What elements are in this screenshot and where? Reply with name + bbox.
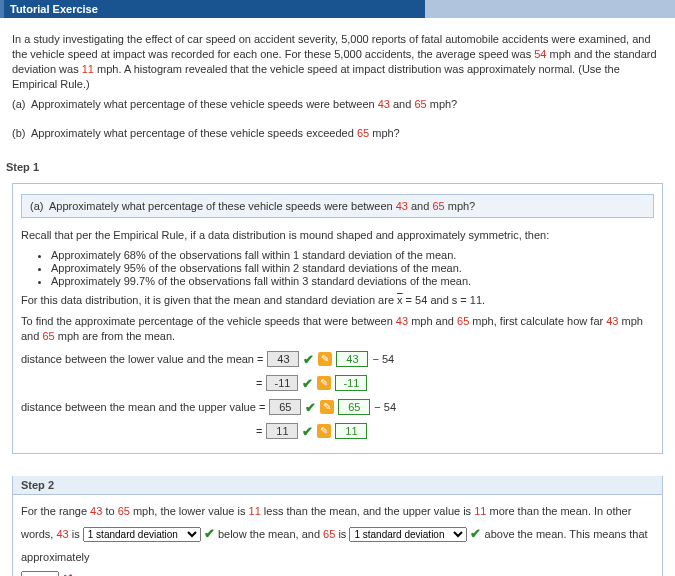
- hint-icon[interactable]: ✎: [318, 352, 332, 366]
- check-icon: ✔: [305, 400, 316, 415]
- given-text: For this data distribution, it is given …: [21, 293, 654, 308]
- tutorial-exercise-header: Tutorial Exercise: [0, 0, 675, 18]
- intro-block: In a study investigating the effect of c…: [0, 18, 675, 155]
- dist-lower-label: distance between the lower value and the…: [21, 353, 263, 365]
- calc-row-lower-2: = -11 ✔ ✎ -11: [21, 375, 654, 391]
- question-b: (b) Approximately what percentage of the…: [12, 126, 663, 141]
- std-dev-select-upper[interactable]: 1 standard deviation2 standard deviation…: [349, 527, 467, 542]
- minus-54: − 54: [372, 353, 394, 365]
- equals: =: [256, 425, 262, 437]
- answer-cell[interactable]: 43: [267, 351, 299, 367]
- calc-row-upper-1: distance between the mean and the upper …: [21, 399, 654, 415]
- correct-cell: 65: [338, 399, 370, 415]
- check-icon: ✔: [204, 526, 215, 541]
- hint-icon[interactable]: ✎: [317, 424, 331, 438]
- rule-95: Approximately 95% of the observations fa…: [51, 262, 654, 274]
- std-dev-select-lower[interactable]: 1 standard deviation2 standard deviation…: [83, 527, 201, 542]
- calc-row-lower-1: distance between the lower value and the…: [21, 351, 654, 367]
- answer-cell[interactable]: 11: [266, 423, 298, 439]
- step2-label: Step 2: [13, 476, 662, 495]
- dist-upper-label: distance between the mean and the upper …: [21, 401, 265, 413]
- correct-cell: -11: [335, 375, 367, 391]
- intro-mean: 54: [534, 48, 546, 60]
- answer-cell[interactable]: 65: [269, 399, 301, 415]
- find-text: To find the approximate percentage of th…: [21, 314, 654, 344]
- step1-box: (a) Approximately what percentage of the…: [12, 183, 663, 454]
- check-icon: ✔: [302, 424, 313, 439]
- equals: =: [256, 377, 262, 389]
- answer-cell[interactable]: -11: [266, 375, 298, 391]
- step2-text: For the range 43 to 65 mph, the lower va…: [21, 501, 654, 576]
- correct-cell: 11: [335, 423, 367, 439]
- intro-sd: 11: [82, 63, 94, 75]
- correct-cell: 43: [336, 351, 368, 367]
- rule-68: Approximately 68% of the observations fa…: [51, 249, 654, 261]
- check-icon: ✔: [302, 376, 313, 391]
- qb-label: (b): [12, 127, 25, 139]
- step1-label: Step 1: [0, 155, 675, 179]
- step2-box: Step 2 For the range 43 to 65 mph, the l…: [12, 476, 663, 576]
- minus-54: − 54: [374, 401, 396, 413]
- hint-icon[interactable]: ✎: [317, 376, 331, 390]
- check-icon: ✔: [470, 526, 481, 541]
- qa-label: (a): [12, 98, 25, 110]
- percent-input[interactable]: [21, 571, 59, 576]
- hint-icon[interactable]: ✎: [320, 400, 334, 414]
- header-title: Tutorial Exercise: [10, 3, 98, 15]
- cross-icon: ✘: [62, 572, 73, 576]
- step1-subquestion: (a) Approximately what percentage of the…: [21, 194, 654, 218]
- recall-text: Recall that per the Empirical Rule, if a…: [21, 228, 654, 243]
- empirical-rule-list: Approximately 68% of the observations fa…: [51, 249, 654, 287]
- question-a: (a) Approximately what percentage of the…: [12, 97, 663, 112]
- check-icon: ✔: [303, 352, 314, 367]
- rule-997: Approximately 99.7% of the observations …: [51, 275, 654, 287]
- calc-row-upper-2: = 11 ✔ ✎ 11: [21, 423, 654, 439]
- intro-text: In a study investigating the effect of c…: [12, 32, 663, 91]
